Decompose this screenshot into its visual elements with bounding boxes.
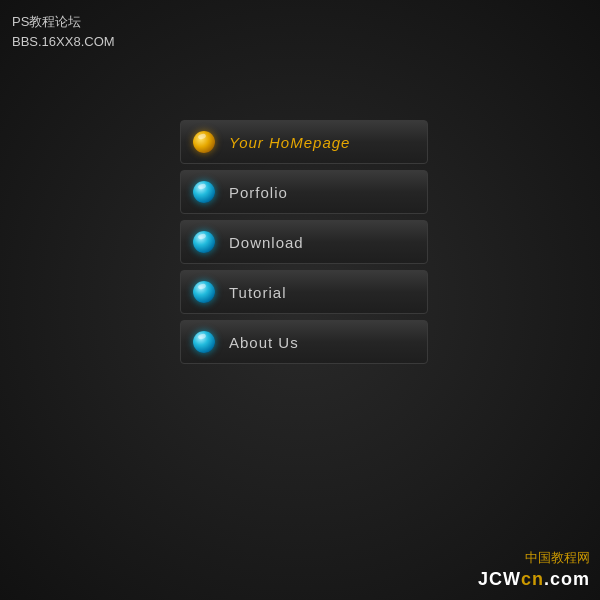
forum-title: PS教程论坛 [12,12,115,32]
url-prefix: BBS.16 [12,34,56,49]
nav-label-tutorial: Tutorial [229,284,286,301]
url-suffix: 8.COM [73,34,114,49]
orb-gold-icon [193,131,215,153]
nav-item-about[interactable]: About Us [180,320,428,364]
nav-item-tutorial[interactable]: Tutorial [180,270,428,314]
orb-cyan-icon-tutorial [193,281,215,303]
nav-label-about: About Us [229,334,299,351]
nav-menu: Your HoMepage Porfolio Download Tutorial… [180,120,430,364]
nav-item-homepage[interactable]: Your HoMepage [180,120,428,164]
watermark-chinese: 中国教程网 [478,549,590,567]
watermark-url-dot: .com [544,569,590,589]
nav-label-homepage: Your HoMepage [229,134,350,151]
watermark-url: JCWcn.com [478,569,590,590]
branding: PS教程论坛 BBS.16XX8.COM [12,12,115,51]
nav-item-download[interactable]: Download [180,220,428,264]
orb-cyan-icon-download [193,231,215,253]
watermark-url-cn: cn [521,569,544,589]
forum-url: BBS.16XX8.COM [12,32,115,52]
orb-cyan-icon-porfolio [193,181,215,203]
nav-item-porfolio[interactable]: Porfolio [180,170,428,214]
orb-cyan-icon-about [193,331,215,353]
nav-label-download: Download [229,234,304,251]
nav-label-porfolio: Porfolio [229,184,288,201]
watermark-url-jcw: JCW [478,569,521,589]
url-xx: XX [56,34,73,49]
watermark: 中国教程网 JCWcn.com [478,549,590,590]
